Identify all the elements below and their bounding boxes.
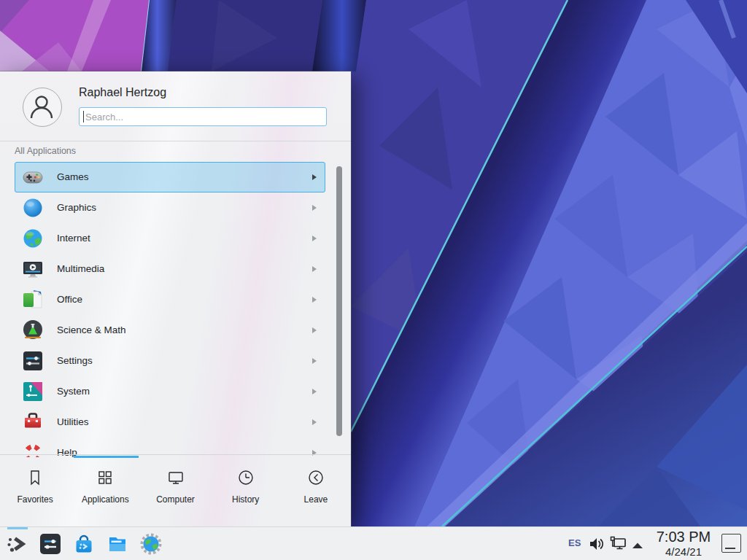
clock-time: 7:03 PM — [651, 528, 716, 545]
application-launcher-menu: Raphael Hertzog All Applications — [0, 71, 351, 526]
file-manager-icon[interactable] — [106, 532, 129, 556]
network-icon[interactable] — [609, 535, 628, 556]
user-avatar-icon — [23, 88, 60, 125]
settings-sliders-icon — [21, 349, 44, 373]
globe-icon — [21, 227, 44, 250]
footer-separator — [0, 454, 351, 455]
tab-label: History — [211, 494, 281, 505]
category-science-math[interactable]: Science & Math — [15, 315, 325, 346]
category-label: Office — [57, 294, 82, 305]
multimedia-monitor-icon — [21, 257, 44, 281]
taskbar: ES 7:03 PM 4/24/21 — [0, 526, 747, 560]
submenu-arrow-icon — [312, 327, 317, 333]
category-list: Games Graphics — [0, 162, 351, 457]
desktop: Raphael Hertzog All Applications — [0, 0, 747, 560]
category-utilities[interactable]: Utilities — [15, 407, 325, 438]
submenu-arrow-icon — [312, 358, 317, 364]
launcher-active-indicator — [7, 527, 28, 529]
category-label: Science & Math — [57, 324, 126, 335]
flask-icon — [21, 319, 44, 342]
keyboard-layout-indicator[interactable]: ES — [568, 537, 581, 548]
system-settings-icon[interactable] — [39, 532, 62, 556]
tab-favorites[interactable]: Favorites — [0, 459, 70, 524]
volume-icon[interactable] — [588, 536, 605, 555]
category-system[interactable]: System — [15, 376, 325, 407]
tab-label: Favorites — [0, 494, 70, 505]
monitor-icon — [166, 468, 185, 487]
tab-bar: Favorites Applications Computer — [0, 459, 351, 524]
expand-tray-arrow-icon[interactable] — [631, 540, 644, 553]
grid-icon — [96, 468, 115, 487]
discover-icon[interactable] — [72, 532, 96, 556]
category-label: Internet — [57, 233, 90, 244]
bookmark-icon — [26, 468, 44, 487]
clock-icon — [236, 468, 255, 487]
category-label: Settings — [57, 355, 93, 366]
active-tab-indicator — [74, 456, 139, 458]
toolbox-icon — [21, 411, 44, 434]
system-sliders-icon — [21, 380, 44, 403]
graphics-sphere-icon — [21, 196, 44, 219]
scrollbar[interactable] — [336, 166, 342, 436]
search-input[interactable] — [79, 107, 327, 126]
tab-computer[interactable]: Computer — [140, 459, 210, 524]
web-browser-globe-icon[interactable] — [139, 532, 163, 556]
category-games[interactable]: Games — [15, 162, 325, 192]
digital-clock[interactable]: 7:03 PM 4/24/21 — [651, 528, 716, 559]
user-name: Raphael Hertzog — [79, 86, 166, 99]
submenu-arrow-icon — [312, 236, 317, 241]
tab-leave[interactable]: Leave — [281, 459, 351, 524]
office-documents-icon — [21, 288, 44, 311]
submenu-arrow-icon — [312, 266, 317, 272]
tab-applications[interactable]: Applications — [70, 459, 140, 524]
search-field-wrap — [79, 107, 327, 126]
gamepad-icon — [21, 166, 44, 189]
category-label: System — [57, 386, 90, 397]
submenu-arrow-icon — [312, 205, 317, 211]
category-label: Games — [57, 171, 89, 182]
submenu-arrow-icon — [312, 389, 317, 394]
category-label: Utilities — [57, 416, 89, 427]
user-avatar[interactable] — [23, 88, 62, 127]
application-launcher-icon[interactable] — [5, 532, 28, 556]
clock-date: 4/24/21 — [651, 545, 716, 559]
show-desktop-button[interactable] — [721, 534, 741, 553]
tab-label: Leave — [281, 494, 351, 505]
leave-icon — [306, 468, 325, 487]
category-graphics[interactable]: Graphics — [15, 192, 325, 223]
header-separator — [0, 141, 351, 141]
category-label: Graphics — [57, 202, 96, 213]
category-label: Multimedia — [57, 263, 104, 274]
category-office[interactable]: Office — [15, 284, 325, 315]
submenu-arrow-icon — [312, 419, 317, 425]
tab-label: Computer — [140, 494, 210, 505]
tab-history[interactable]: History — [211, 459, 281, 524]
category-settings[interactable]: Settings — [15, 346, 325, 376]
submenu-arrow-icon — [312, 297, 317, 303]
category-multimedia[interactable]: Multimedia — [15, 254, 325, 284]
section-label: All Applications — [15, 146, 76, 156]
tab-label: Applications — [70, 494, 140, 505]
submenu-arrow-icon — [312, 174, 317, 180]
text-cursor — [83, 111, 84, 122]
category-internet[interactable]: Internet — [15, 223, 325, 254]
